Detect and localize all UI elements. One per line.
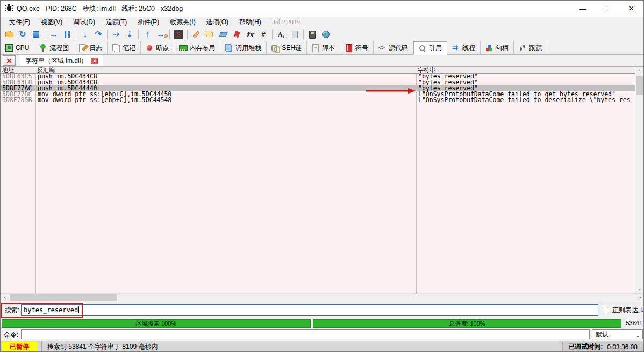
match-highlight: bytes_reserved (560, 91, 612, 97)
menu-debug[interactable]: 调试(D) (68, 17, 101, 28)
tab-label: 调用堆栈 (235, 44, 261, 53)
tab-log[interactable]: 日志 (74, 41, 108, 54)
table-row[interactable]: 5D8F63E8 push im.5DC434C8 "bytes_reserve… (1, 80, 636, 85)
chevron-down-icon: ▼ (636, 333, 640, 341)
subtab-strings[interactable]: 字符串（区域 im.dll） × (20, 55, 103, 66)
scroll-down-icon[interactable]: ▼ (635, 286, 644, 293)
execute-till-return-button[interactable]: ↑ (141, 28, 154, 40)
toolbar-separator (187, 30, 188, 39)
profile-value: 默认 (596, 331, 609, 338)
menu-trace[interactable]: 追踪(T) (101, 17, 132, 28)
minimize-icon: — (579, 5, 586, 13)
close-debuggee-button[interactable] (30, 28, 42, 40)
tab-breakpoints[interactable]: 断点 (141, 41, 174, 54)
footprints-icon (519, 44, 526, 52)
bookmarks-button[interactable] (230, 28, 243, 40)
tab-source[interactable]: 源代码 (374, 41, 413, 54)
toolbar-separator (169, 30, 170, 39)
main-tab-bar: CPU 流程图 日志 笔记 断点 内存布局 调用堆栈 SEH链 脚本 符号 源代… (1, 41, 643, 55)
disasm-cell: push im.5DC44440 (35, 85, 416, 91)
table-row-selected[interactable]: 5D8F77AC push im.5DC44440 "bytes_reserve… (1, 85, 636, 91)
pause-icon (65, 31, 70, 38)
vertical-scrollbar-thumb[interactable] (636, 76, 643, 95)
table-row[interactable]: 5D8F63C5 push im.5DC434C8 "bytes_reserve… (1, 74, 636, 80)
tab-label: 日志 (89, 44, 102, 53)
labels-button[interactable] (217, 28, 230, 40)
column-header-address[interactable]: 地址 (1, 67, 35, 73)
column-divider[interactable] (35, 74, 36, 293)
pause-button[interactable] (61, 28, 74, 40)
tab-graph[interactable]: 流程图 (34, 41, 74, 54)
scylla-button[interactable]: S (172, 28, 185, 40)
scroll-right-icon[interactable]: › (636, 294, 644, 301)
calculator-button[interactable] (306, 28, 319, 40)
step-into-button[interactable]: ↓ (78, 28, 91, 40)
menu-plugins[interactable]: 插件(P) (132, 17, 164, 28)
tab-script[interactable]: 脚本 (307, 41, 340, 54)
comments-button[interactable] (203, 28, 216, 40)
tab-label: 脚本 (322, 44, 335, 53)
tab-symbols[interactable]: 符号 (340, 41, 374, 54)
regex-checkbox[interactable] (603, 307, 609, 313)
patch-icon (192, 31, 200, 38)
build-date: Jul 2 2019 (273, 18, 300, 26)
tab-label: CPU (16, 44, 29, 52)
table-header: 地址 反汇编 字符串 (1, 67, 636, 74)
column-header-string[interactable]: 字符串 (416, 67, 636, 73)
tab-cpu[interactable]: CPU (1, 41, 34, 54)
tab-trace[interactable]: 跟踪 (514, 41, 547, 54)
table-row[interactable]: 5D8F785B mov dword ptr ss:[ebp+C],im.5DC… (1, 97, 636, 103)
subtab-close-icon[interactable]: × (91, 58, 98, 64)
column-divider[interactable] (416, 74, 417, 293)
scroll-left-icon[interactable]: ‹ (1, 294, 9, 301)
restart-button[interactable]: ↻ (16, 28, 29, 40)
restart-icon: ↻ (19, 30, 26, 39)
functions-button[interactable]: fx (244, 28, 256, 40)
command-input[interactable] (21, 329, 590, 339)
horizontal-scrollbar[interactable]: ‹ › (1, 293, 644, 301)
open-file-button[interactable] (3, 28, 16, 40)
trace-into-button[interactable]: ⇢ (110, 28, 123, 40)
maximize-button[interactable] (595, 1, 619, 17)
title-bar: QQ.exe - PID: 268C - 模块: im.dll - 线程: 25… (1, 1, 643, 17)
tab-handles[interactable]: 句柄 (481, 41, 514, 54)
progress-row: 区域搜索 100% 总进度: 100% 53841 (1, 319, 644, 328)
column-header-disassembly[interactable]: 反汇编 (35, 67, 416, 73)
menu-options[interactable]: 选项(O) (201, 17, 234, 28)
tab-call-stack[interactable]: 调用堆栈 (220, 41, 267, 54)
ascii-table-button[interactable]: A₂ (275, 28, 288, 40)
run-button[interactable]: → (47, 28, 60, 40)
command-profile-dropdown[interactable]: 默认 ▼ (592, 329, 643, 339)
disasm-cell: push im.5DC434C8 (35, 74, 416, 80)
tab-threads[interactable]: 线程 (447, 41, 481, 54)
menu-view[interactable]: 视图(V) (35, 17, 68, 28)
trace-over-button[interactable]: ⇣ (123, 28, 136, 40)
tab-memory-map[interactable]: 内存布局 (174, 41, 220, 54)
tab-references[interactable]: 引用 (413, 41, 447, 55)
menu-favourites[interactable]: 收藏夹(I) (164, 17, 201, 28)
text-caret (78, 306, 79, 313)
tab-notes[interactable]: 笔记 (108, 41, 141, 54)
table-row[interactable]: 5D8F77BC mov dword ptr ss:[ebp+C],im.5DC… (1, 91, 636, 97)
patches-button[interactable] (190, 28, 203, 40)
tab-seh[interactable]: SEH链 (267, 41, 307, 54)
vertical-scrollbar[interactable]: ▲ ▼ (635, 67, 643, 293)
run-to-user-code-button[interactable]: → (154, 28, 167, 40)
tree-graph-icon (39, 44, 47, 52)
disasm-cell: mov dword ptr ss:[ebp+C],im.5DC44450 (35, 91, 416, 97)
hash-button[interactable]: # (257, 28, 270, 40)
scroll-up-icon[interactable]: ▲ (635, 67, 644, 74)
menu-file[interactable]: 文件(F) (4, 17, 35, 28)
references-subtab-bar: ✕ 字符串（区域 im.dll） × (1, 55, 643, 67)
regex-checkbox-label[interactable]: 正则表达式 (612, 306, 644, 315)
step-over-button[interactable]: ↷ (92, 28, 105, 40)
search-input[interactable]: bytes_reserved (21, 304, 598, 316)
close-all-references-button[interactable]: ✕ (3, 55, 16, 66)
horizontal-scrollbar-thumb[interactable] (10, 294, 117, 301)
attach-button[interactable] (288, 28, 301, 40)
globe-button[interactable] (319, 28, 332, 40)
status-message: 搜索到 53841 个字符串于 8109 毫秒内 (41, 341, 561, 352)
menu-help[interactable]: 帮助(H) (234, 17, 267, 28)
minimize-button[interactable]: — (571, 1, 595, 17)
close-button[interactable]: × (619, 1, 643, 17)
